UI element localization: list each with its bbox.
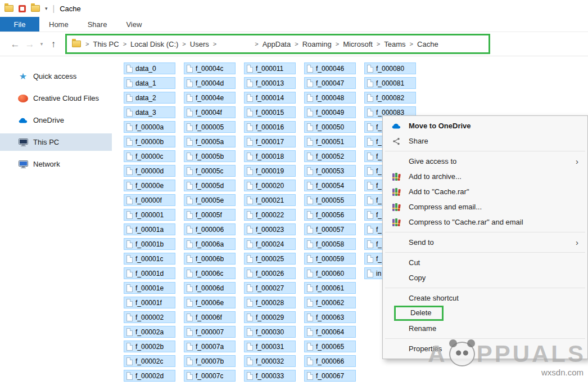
- file-item-f-000048[interactable]: f_000048: [304, 92, 356, 104]
- file-item-f-000022[interactable]: f_000022: [244, 209, 296, 221]
- file-item-f-00004d[interactable]: f_00004d: [184, 77, 236, 89]
- menu-item-add-to-cache-rar[interactable]: Add to "Cache.rar": [384, 184, 586, 199]
- breadcrumb-segment-teams[interactable]: Teams: [383, 40, 406, 48]
- file-item-f-00006e[interactable]: f_00006e: [184, 297, 236, 308]
- sidebar-item-this-pc[interactable]: This PC: [0, 133, 112, 151]
- file-item-f-000026[interactable]: f_000026: [244, 267, 296, 279]
- file-item-f-000024[interactable]: f_000024: [244, 238, 296, 250]
- file-item-f-00002b[interactable]: f_00002b: [124, 341, 175, 352]
- breadcrumb-segment-this-pc[interactable]: This PC: [92, 40, 119, 48]
- file-item-f-00002c[interactable]: f_00002c: [124, 355, 175, 367]
- file-item-f-00000e[interactable]: f_00000e: [124, 180, 175, 191]
- file-item-f-000005[interactable]: f_000005: [184, 121, 236, 133]
- file-item-f-000020[interactable]: f_000020: [244, 180, 296, 191]
- sidebar-item-quick-access[interactable]: ★Quick access: [0, 68, 112, 85]
- file-item-f-000052[interactable]: f_000052: [304, 150, 356, 162]
- menu-item-properties[interactable]: Properties: [384, 341, 586, 356]
- file-item-f-00004c[interactable]: f_00004c: [184, 62, 236, 74]
- file-item-f-00005b[interactable]: f_00005b: [184, 150, 236, 162]
- file-item-f-00007c[interactable]: f_00007c: [184, 370, 236, 382]
- file-item-f-00005f[interactable]: f_00005f: [184, 209, 236, 221]
- file-item-f-000057[interactable]: f_000057: [304, 223, 356, 235]
- file-item-f-000055[interactable]: f_000055: [304, 194, 356, 206]
- file-item-f-000049[interactable]: f_000049: [304, 106, 356, 118]
- file-item-f-000023[interactable]: f_000023: [244, 223, 296, 235]
- file-item-f-000058[interactable]: f_000058: [304, 238, 356, 250]
- file-item-f-00001f[interactable]: f_00001f: [124, 297, 175, 308]
- file-item-f-000007[interactable]: f_000007: [184, 326, 236, 338]
- file-item-f-000061[interactable]: f_000061: [304, 282, 356, 294]
- tab-share[interactable]: Share: [78, 17, 117, 32]
- file-item-f-000032[interactable]: f_000032: [244, 355, 296, 367]
- breadcrumb-segment-roaming[interactable]: Roaming: [302, 40, 332, 48]
- qat-folder-icon[interactable]: [31, 5, 40, 12]
- tab-home[interactable]: Home: [39, 17, 78, 32]
- file-item-data-2[interactable]: data_2: [124, 92, 175, 104]
- up-arrow-icon[interactable]: ↑: [46, 39, 61, 49]
- file-item-f-000006[interactable]: f_000006: [184, 223, 236, 235]
- forward-arrow-icon[interactable]: →: [22, 39, 37, 49]
- menu-item-rename[interactable]: Rename: [384, 321, 586, 336]
- breadcrumb-segment-microsoft[interactable]: Microsoft: [342, 40, 373, 48]
- file-item-f-000062[interactable]: f_000062: [304, 297, 356, 308]
- tab-file[interactable]: File: [0, 17, 39, 32]
- recent-locations-chevron-icon[interactable]: ▾: [37, 42, 46, 47]
- file-item-f-000017[interactable]: f_000017: [244, 136, 296, 147]
- file-item-f-000081[interactable]: f_000081: [364, 77, 416, 89]
- file-item-f-00000c[interactable]: f_00000c: [124, 150, 175, 162]
- file-item-f-000046[interactable]: f_000046: [304, 62, 356, 74]
- file-item-f-00006f[interactable]: f_00006f: [184, 311, 236, 323]
- file-item-f-000053[interactable]: f_000053: [304, 165, 356, 177]
- file-item-f-00000b[interactable]: f_00000b: [124, 136, 175, 147]
- file-item-f-00006b[interactable]: f_00006b: [184, 253, 236, 265]
- breadcrumb-segment-users[interactable]: Users: [189, 40, 210, 48]
- file-item-f-000030[interactable]: f_000030: [244, 326, 296, 338]
- sidebar-item-creative-cloud-files[interactable]: Creative Cloud Files: [0, 89, 112, 107]
- file-item-f-00001e[interactable]: f_00001e: [124, 282, 175, 294]
- file-item-f-00005e[interactable]: f_00005e: [184, 194, 236, 206]
- file-item-f-000082[interactable]: f_000082: [364, 92, 416, 104]
- file-item-f-000027[interactable]: f_000027: [244, 282, 296, 294]
- menu-item-compress-to-cache-rar-and-email[interactable]: Compress to "Cache.rar" and email: [384, 214, 586, 230]
- menu-item-give-access-to[interactable]: Give access to›: [384, 154, 586, 169]
- menu-item-copy[interactable]: Copy: [384, 270, 586, 285]
- file-item-f-000015[interactable]: f_000015: [244, 106, 296, 118]
- file-item-f-000047[interactable]: f_000047: [304, 77, 356, 89]
- menu-item-move-to-onedrive[interactable]: Move to OneDrive: [384, 118, 586, 133]
- file-item-f-00006a[interactable]: f_00006a: [184, 238, 236, 250]
- file-item-f-00005a[interactable]: f_00005a: [184, 136, 236, 147]
- file-item-f-000080[interactable]: f_000080: [364, 62, 416, 74]
- file-item-f-000025[interactable]: f_000025: [244, 253, 296, 265]
- menu-item-cut[interactable]: Cut: [384, 255, 586, 270]
- file-item-f-00004e[interactable]: f_00004e: [184, 92, 236, 104]
- file-item-f-000033[interactable]: f_000033: [244, 370, 296, 382]
- file-item-f-00000f[interactable]: f_00000f: [124, 194, 175, 206]
- breadcrumb-segment-appdata[interactable]: AppData: [262, 40, 292, 48]
- file-item-f-00000a[interactable]: f_00000a: [124, 121, 175, 133]
- file-item-f-000050[interactable]: f_000050: [304, 121, 356, 133]
- file-item-f-00000d[interactable]: f_00000d: [124, 165, 175, 177]
- file-item-f-000063[interactable]: f_000063: [304, 311, 356, 323]
- file-item-f-00007b[interactable]: f_00007b: [184, 355, 236, 367]
- file-item-f-000021[interactable]: f_000021: [244, 194, 296, 206]
- file-item-f-00007a[interactable]: f_00007a: [184, 341, 236, 352]
- file-item-f-000059[interactable]: f_000059: [304, 253, 356, 265]
- file-item-f-00002a[interactable]: f_00002a: [124, 326, 175, 338]
- file-item-f-000013[interactable]: f_000013: [244, 77, 296, 89]
- file-item-f-00001b[interactable]: f_00001b: [124, 238, 175, 250]
- address-bar[interactable]: >This PC>Local Disk (C:)>Users>>AppData>…: [65, 34, 490, 54]
- file-item-f-000056[interactable]: f_000056: [304, 209, 356, 221]
- menu-item-add-to-archive[interactable]: Add to archive...: [384, 169, 586, 184]
- menu-item-send-to[interactable]: Send to›: [384, 235, 586, 250]
- file-item-data-1[interactable]: data_1: [124, 77, 175, 89]
- file-item-f-00005c[interactable]: f_00005c: [184, 165, 236, 177]
- file-item-f-000029[interactable]: f_000029: [244, 311, 296, 323]
- file-item-data-3[interactable]: data_3: [124, 106, 175, 118]
- breadcrumb-segment-cache[interactable]: Cache: [417, 40, 439, 48]
- file-item-f-000002[interactable]: f_000002: [124, 311, 175, 323]
- file-item-f-000064[interactable]: f_000064: [304, 326, 356, 338]
- sidebar-item-network[interactable]: Network: [0, 155, 112, 173]
- file-item-f-00006c[interactable]: f_00006c: [184, 267, 236, 279]
- menu-item-compress-and-email[interactable]: Compress and email...: [384, 199, 586, 214]
- file-item-data-0[interactable]: data_0: [124, 62, 175, 74]
